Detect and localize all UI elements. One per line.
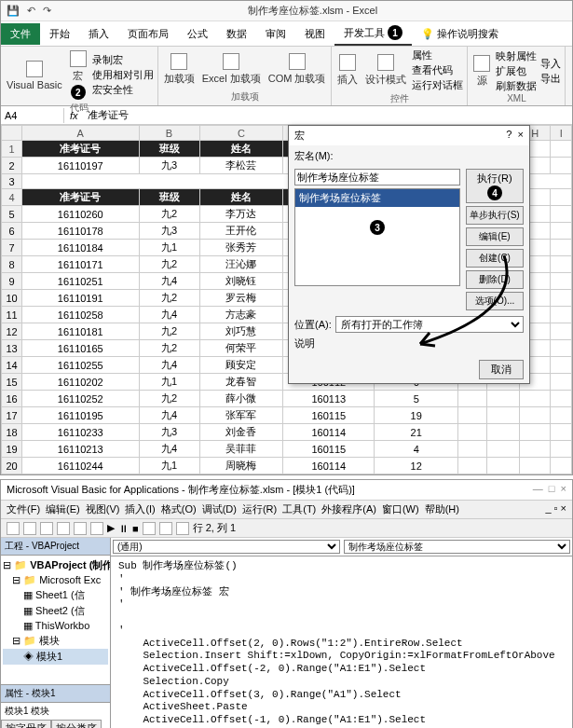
menu-debug[interactable]: 调试(D) — [202, 502, 237, 516]
view-code-button[interactable]: 查看代码 — [412, 63, 463, 77]
menu-run[interactable]: 运行(R) — [242, 502, 277, 516]
macros-button[interactable]: 宏2 — [68, 48, 89, 102]
menu-insert[interactable]: 插入(I) — [125, 502, 155, 516]
menu-addins[interactable]: 外接程序(A) — [321, 502, 376, 516]
vbe-window-controls[interactable]: — □ × — [533, 483, 566, 497]
macro-dialog: 宏? × 宏名(M): 制作考场座位标签 3 执行(R) 4 单步执行(S) 编… — [288, 125, 530, 384]
tab-file[interactable]: 文件 — [1, 23, 40, 45]
tree-project: ⊟ 📁 VBAProject (制作 — [3, 557, 108, 573]
vbe-toolbar: ▶⏸■ 行 2, 列 1 — [1, 519, 572, 538]
xml-import-button[interactable]: 导入 — [540, 57, 561, 71]
tab-insert[interactable]: 插入 — [79, 23, 118, 45]
location-select[interactable]: 所有打开的工作簿 — [335, 316, 524, 333]
tb-icon[interactable] — [176, 522, 189, 535]
prop-tab-alpha[interactable]: 按字母序 — [1, 720, 51, 728]
tab-view[interactable]: 视图 — [295, 23, 334, 45]
callout-2: 2 — [71, 85, 86, 100]
tree-ms-excel: ⊟ 📁 Microsoft Exc — [3, 573, 108, 587]
tab-developer[interactable]: 开发工具 1 — [334, 21, 412, 46]
tb-icon[interactable] — [159, 522, 172, 535]
group-addins: 加载项 Excel 加载项 COM 加载项 加载项 — [158, 47, 333, 105]
code-editor[interactable]: Sub 制作考场座位标签() ' ' 制作考场座位标签 宏 ' ' Active… — [111, 556, 572, 728]
ribbon: Visual Basic 宏2 录制宏 使用相对引用 宏安全性 代码 加载项 E… — [1, 47, 572, 106]
macro-name-input[interactable] — [294, 169, 460, 185]
record-macro-button[interactable]: 录制宏 — [92, 53, 154, 67]
com-addins-button[interactable]: COM 加载项 — [266, 51, 328, 88]
table-row[interactable]: 1616110252九2薛小微1601135 — [2, 391, 572, 407]
addins-button[interactable]: 加载项 — [162, 51, 197, 88]
description-label: 说明 — [294, 337, 315, 349]
group-xml: 源 映射属性 扩展包 刷新数据 导入 导出 XML — [468, 47, 566, 105]
macro-name-label: 宏名(M): — [294, 150, 334, 161]
dialog-help-icon[interactable]: ? × — [506, 129, 524, 143]
menu-format[interactable]: 格式(O) — [161, 502, 197, 516]
menu-edit[interactable]: 编辑(E) — [46, 502, 80, 516]
group-code: Visual Basic 宏2 录制宏 使用相对引用 宏安全性 代码 — [1, 47, 158, 105]
menu-file[interactable]: 文件(F) — [7, 502, 40, 516]
edit-button[interactable]: 编辑(E) — [466, 227, 524, 246]
map-properties-button[interactable]: 映射属性 — [496, 49, 537, 63]
table-row[interactable]: 1816110233九3刘金香16011421 — [2, 424, 572, 441]
location-label: 位置(A): — [294, 318, 332, 332]
tb-icon[interactable] — [74, 522, 87, 535]
menu-help[interactable]: 帮助(H) — [425, 502, 459, 516]
menu-window[interactable]: 窗口(W) — [382, 502, 419, 516]
tab-review[interactable]: 审阅 — [256, 23, 295, 45]
tb-icon[interactable] — [40, 522, 53, 535]
formula-input[interactable]: 准考证号 — [84, 106, 572, 124]
fx-icon[interactable]: fx — [64, 110, 84, 121]
window-title: 制作考座位标签.xlsm - Excel — [248, 4, 377, 18]
refresh-data-button[interactable]: 刷新数据 — [496, 79, 537, 93]
save-icon[interactable]: 💾 — [7, 5, 20, 17]
cancel-button[interactable]: 取消 — [479, 360, 524, 379]
object-dropdown[interactable]: (通用) — [113, 540, 340, 554]
vbe-title-text: Microsoft Visual Basic for Applications … — [7, 483, 355, 497]
tb-icon[interactable] — [57, 522, 70, 535]
delete-button[interactable]: 删除(D) — [466, 270, 524, 289]
run-dialog-button[interactable]: 运行对话框 — [412, 78, 463, 92]
tb-icon[interactable] — [90, 522, 103, 535]
table-row[interactable]: 1716110195九4张军军16011519 — [2, 407, 572, 424]
properties-button[interactable]: 属性 — [412, 48, 463, 62]
tab-home[interactable]: 开始 — [40, 23, 79, 45]
visual-basic-button[interactable]: Visual Basic — [5, 59, 64, 92]
expansion-packs-button[interactable]: 扩展包 — [496, 64, 537, 78]
relative-ref-button[interactable]: 使用相对引用 — [92, 68, 154, 82]
run-button[interactable]: 执行(R) 4 — [466, 169, 524, 203]
tree-sheet2: ▦ Sheet2 (信 — [3, 603, 108, 619]
group-label-controls: 控件 — [335, 92, 463, 105]
macro-security-button[interactable]: 宏安全性 — [92, 83, 154, 97]
table-row[interactable]: 2016110244九1周晓梅16011412 — [2, 458, 572, 474]
options-button[interactable]: 选项(O)... — [466, 292, 524, 310]
tb-icon[interactable] — [23, 522, 36, 535]
tab-tell-me[interactable]: 💡 操作说明搜索 — [412, 23, 508, 45]
tb-icon[interactable] — [143, 522, 156, 535]
macro-list[interactable]: 制作考场座位标签 3 — [294, 188, 460, 286]
name-box[interactable]: A4 — [1, 108, 64, 123]
tree-sheet1: ▦ Sheet1 (信 — [3, 587, 108, 603]
excel-addins-button[interactable]: Excel 加载项 — [200, 51, 263, 88]
tb-icon[interactable] — [7, 522, 20, 535]
table-row[interactable]: 1916110213九4吴菲菲1601154 — [2, 441, 572, 458]
menu-tools[interactable]: 工具(T) — [282, 502, 316, 516]
project-explorer[interactable]: 工程 - VBAProject ⊟ 📁 VBAProject (制作 ⊟ 📁 M… — [1, 538, 111, 728]
tree-module1: ◈ 模块1 — [3, 649, 108, 665]
macro-list-item[interactable]: 制作考场座位标签 — [295, 189, 459, 207]
redo-icon[interactable]: ↷ — [43, 5, 51, 17]
menu-view[interactable]: 视图(V) — [86, 502, 120, 516]
ribbon-tabs: 文件 开始 插入 页面布局 公式 数据 审阅 视图 开发工具 1 💡 操作说明搜… — [1, 21, 572, 47]
tab-data[interactable]: 数据 — [217, 23, 256, 45]
xml-source-button[interactable]: 源 — [471, 53, 492, 89]
step-button[interactable]: 单步执行(S) — [466, 206, 524, 225]
mdi-controls[interactable]: _ ▫ × — [545, 502, 566, 516]
undo-icon[interactable]: ↶ — [27, 5, 35, 17]
create-button[interactable]: 创建(C) — [466, 249, 524, 268]
prop-tab-cat[interactable]: 按分类序 — [51, 720, 102, 728]
insert-control-button[interactable]: 插入 — [335, 52, 360, 89]
procedure-dropdown[interactable]: 制作考场座位标签 — [344, 540, 571, 554]
properties-pane[interactable]: 属性 - 模块1 模块1 模块 按字母序按分类序 (名称) 模块1 — [1, 684, 110, 728]
tab-layout[interactable]: 页面布局 — [118, 23, 178, 45]
tab-formulas[interactable]: 公式 — [178, 23, 217, 45]
design-mode-button[interactable]: 设计模式 — [363, 52, 408, 89]
xml-export-button[interactable]: 导出 — [540, 72, 561, 86]
